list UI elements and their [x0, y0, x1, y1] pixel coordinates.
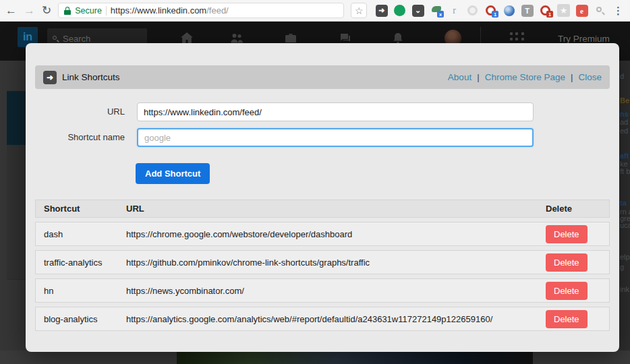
url-cell: https://chrome.google.com/webstore/devel… — [126, 229, 546, 239]
table-header-row: Shortcut URL Delete — [35, 200, 610, 218]
shortcut-cell: blog-analytics — [36, 314, 126, 324]
modal-header: ➜ Link Shortcuts About | Chrome Store Pa… — [35, 65, 610, 89]
bookmark-star-icon[interactable]: ☆ — [351, 3, 367, 18]
bg-text-fragment: uca — [620, 221, 630, 229]
link-separator: | — [477, 72, 480, 82]
bg-text-fragment: ed — [620, 127, 628, 135]
globe-extension-icon[interactable] — [503, 4, 515, 17]
url-input[interactable] — [137, 102, 534, 121]
profile-card-body — [7, 145, 26, 280]
link-shortcuts-modal: ➜ Link Shortcuts About | Chrome Store Pa… — [26, 43, 619, 352]
url-cell: https://github.com/pminkov/chrome-link-s… — [126, 257, 546, 268]
address-bar[interactable]: Secure https://www.linkedin.com/feed/ — [58, 3, 344, 18]
refresh-icon[interactable]: ↻ — [42, 5, 51, 16]
bg-text-fragment: aft — [620, 152, 629, 160]
delete-button[interactable]: Delete — [546, 253, 588, 272]
lock-icon — [64, 7, 71, 15]
bg-text-fragment: ft b — [620, 167, 630, 175]
bg-text-fragment: d — [620, 72, 624, 80]
secure-label[interactable]: Secure — [75, 6, 102, 16]
about-link[interactable]: About — [448, 72, 471, 82]
modal-title: Link Shortcuts — [62, 72, 120, 82]
bg-text-fragment: Be — [620, 96, 629, 104]
shortcut-cell: traffic-analytics — [36, 257, 126, 268]
bg-text-fragment: ad — [620, 118, 628, 126]
pocket-extension-icon[interactable]: ⌄ — [411, 4, 424, 17]
close-link[interactable]: Close — [578, 72, 602, 82]
r-extension-icon[interactable]: r — [448, 4, 461, 17]
url-label: URL — [26, 107, 125, 117]
try-premium-link[interactable]: Try Premium — [558, 34, 610, 44]
link-shortcuts-icon: ➜ — [43, 71, 57, 84]
url-cell: https://analytics.google.com/analytics/w… — [126, 314, 546, 324]
opera-blue-badge-extension-icon[interactable]: 1 — [484, 4, 497, 17]
hangouts-extension-icon[interactable] — [393, 4, 406, 17]
linkedin-search-placeholder: Search — [63, 34, 90, 44]
extensions-row: ➜ ⌄ x r 1 T 1 ★ e ⋮ — [375, 4, 625, 17]
shortcuts-table: Shortcut URL Delete dash https://chrome.… — [35, 200, 610, 331]
bg-text-fragment: elp — [620, 253, 630, 261]
linkedin-right-rail: d Be ns ad ed aft ke ft b ta rn a gre uc… — [619, 61, 630, 364]
url-column-header: URL — [126, 204, 546, 214]
search-toolbar-icon[interactable] — [594, 4, 606, 17]
bg-text-fragment: ta — [620, 199, 627, 207]
bg-text-fragment: ink — [620, 285, 629, 293]
evernote-extension-icon[interactable]: e — [575, 4, 588, 17]
url-cell: https://news.ycombinator.com/ — [126, 286, 546, 296]
browser-menu-icon[interactable]: ⋮ — [612, 4, 625, 17]
bg-text-fragment: g — [620, 263, 624, 271]
delete-button[interactable]: Delete — [546, 225, 588, 243]
shortcut-column-header: Shortcut — [36, 204, 126, 214]
swirl-extension-icon[interactable] — [466, 4, 479, 17]
table-row: traffic-analytics https://github.com/pmi… — [35, 250, 610, 274]
delete-button[interactable]: Delete — [546, 282, 588, 300]
add-shortcut-button[interactable]: Add Shortcut — [136, 163, 210, 184]
header-links: About | Chrome Store Page | Close — [448, 72, 602, 82]
shortcut-cell: hn — [36, 286, 126, 296]
star-extension-icon[interactable]: ★ — [557, 4, 570, 17]
table-row: hn https://news.ycombinator.com/ Delete — [35, 278, 610, 303]
shortcut-cell: dash — [36, 229, 126, 239]
shortcut-name-label: Shortcut name — [26, 132, 125, 142]
url-text[interactable]: https://www.linkedin.com/feed/ — [111, 5, 229, 16]
feed-photo — [177, 351, 533, 364]
chrome-store-page-link[interactable]: Chrome Store Page — [485, 72, 565, 82]
delete-button[interactable]: Delete — [546, 310, 588, 328]
bird-extension-icon[interactable]: x — [430, 4, 442, 17]
browser-toolbar: ← → ↻ Secure https://www.linkedin.com/fe… — [0, 0, 630, 22]
forward-icon[interactable]: → — [24, 5, 35, 16]
link-shortcuts-extension-icon[interactable]: ➜ — [375, 4, 388, 17]
shortcut-name-input[interactable] — [137, 128, 534, 147]
linkedin-left-rail — [0, 61, 26, 364]
table-row: dash https://chrome.google.com/webstore/… — [35, 222, 610, 246]
back-icon[interactable]: ← — [5, 5, 17, 16]
bg-text-fragment: ns — [620, 110, 629, 118]
profile-card-banner — [7, 91, 26, 145]
linkedin-feed-bottom — [0, 351, 630, 364]
search-icon — [53, 36, 59, 42]
screen: ← → ↻ Secure https://www.linkedin.com/fe… — [0, 0, 630, 364]
t-extension-icon[interactable]: T — [521, 4, 534, 17]
delete-column-header: Delete — [546, 204, 609, 214]
url-divider — [106, 6, 107, 16]
link-separator: | — [571, 72, 573, 82]
table-row: blog-analytics https://analytics.google.… — [35, 307, 610, 331]
opera-red-badge-extension-icon[interactable]: 1 — [539, 4, 552, 17]
